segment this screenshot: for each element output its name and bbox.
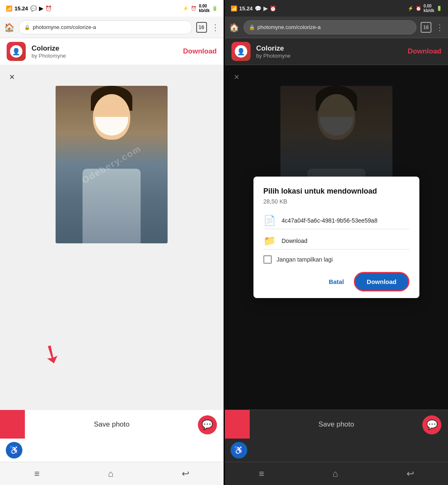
- url-bar-right[interactable]: 🔒 photomyne.com/colorize-a: [243, 20, 417, 34]
- url-bar-left[interactable]: 🔒 photomyne.com/colorize-a: [19, 20, 192, 34]
- app-header-left: 👤 Colorize by Photomyne Download: [0, 38, 224, 65]
- status-right-left: ⚡ ⏰ 0.00kb/dk 🔋: [183, 4, 217, 13]
- app-header-right: 👤 Colorize by Photomyne Download: [225, 38, 448, 65]
- browser-home-right[interactable]: 🏠: [229, 22, 239, 32]
- data-icon-right: 0.00kb/dk: [424, 4, 434, 13]
- tab-count-right[interactable]: 16: [421, 22, 431, 33]
- download-dialog: Pilih lokasi untuk mendownload 28,50 KB …: [253, 177, 419, 298]
- browser-bar-left: 🏠 🔒 photomyne.com/colorize-a 16 ⋮: [0, 17, 224, 38]
- alarm-icon-right: ⏰: [416, 6, 421, 11]
- dialog-title: Pilih lokasi untuk mendownload: [263, 187, 409, 196]
- red-arrow-left: ➘: [36, 336, 68, 371]
- chat-fab-left[interactable]: 💬: [198, 415, 217, 434]
- photo-container-left: Odebery.com: [56, 86, 168, 243]
- app-logo-left: 👤: [7, 42, 26, 61]
- app-subtitle-left: by Photomyne: [32, 53, 177, 59]
- file-icon: 📄: [263, 215, 276, 226]
- header-download-btn-left[interactable]: Download: [183, 47, 217, 56]
- nav-back-right[interactable]: ↩: [398, 464, 422, 483]
- data-icon-left: 0.00kb/dk: [199, 4, 209, 13]
- dialog-filename-row: 📄: [263, 212, 409, 229]
- url-text-right: photomyne.com/colorize-a: [258, 24, 321, 30]
- tab-count-left[interactable]: 16: [196, 22, 207, 33]
- dialog-checkbox-row: Jangan tampilkan lagi: [263, 255, 409, 264]
- lock-icon-right: 🔒: [249, 24, 255, 30]
- play-icon-right: ▶: [263, 5, 268, 12]
- signal-icon-right: 📶: [231, 5, 237, 12]
- browser-home-left[interactable]: 🏠: [4, 22, 15, 32]
- dialog-folder-row: 📁 Download: [263, 233, 409, 250]
- signal-icon-left: 📶: [6, 5, 12, 12]
- browser-bar-right: 🏠 🔒 photomyne.com/colorize-a 16 ⋮: [225, 17, 448, 38]
- more-btn-right[interactable]: ⋮: [436, 22, 444, 32]
- app-title-group-left: Colorize by Photomyne: [32, 44, 177, 59]
- play-icon-left: ▶: [39, 5, 43, 12]
- time-left: 15.24: [15, 5, 28, 12]
- dialog-overlay: Pilih lokasi untuk mendownload 28,50 KB …: [225, 65, 448, 410]
- alarm-icon-left: ⏰: [191, 6, 197, 11]
- save-photo-btn-right[interactable]: Save photo: [319, 420, 354, 429]
- bt-icon-right: ⚡: [408, 6, 414, 11]
- app-subtitle-right: by Photomyne: [256, 53, 402, 59]
- accessibility-btn-right[interactable]: ♿: [231, 442, 247, 458]
- msg-icon-right: 💬: [255, 5, 261, 12]
- battery-icon-right: 🔋: [436, 6, 442, 11]
- clock-icon-right: ⏰: [270, 5, 276, 12]
- app-title-group-right: Colorize by Photomyne: [256, 44, 402, 59]
- dialog-actions: Batal Download: [263, 272, 409, 291]
- close-btn-left[interactable]: ×: [6, 71, 18, 83]
- time-right: 15.24: [239, 5, 253, 12]
- nav-home-left[interactable]: ⌂: [100, 464, 122, 483]
- left-screen: 📶 15.24 💬 ▶ ⏰ ⚡ ⏰ 0.00kb/dk 🔋 🏠 🔒 photom…: [0, 0, 224, 485]
- save-photo-area-left: Save photo 💬: [0, 410, 224, 439]
- dialog-checkbox[interactable]: [263, 255, 272, 264]
- bottom-nav-right: ≡ ⌂ ↩: [225, 462, 448, 485]
- nav-back-left[interactable]: ↩: [173, 464, 197, 483]
- status-bar-left: 📶 15.24 💬 ▶ ⏰ ⚡ ⏰ 0.00kb/dk 🔋: [0, 0, 224, 17]
- app-title-left: Colorize: [32, 44, 177, 53]
- right-screen: 📶 15.24 💬 ▶ ⏰ ⚡ ⏰ 0.00kb/dk 🔋 🏠 🔒 photom…: [225, 0, 448, 485]
- red-square-right: [225, 410, 250, 439]
- filename-input[interactable]: [282, 216, 409, 226]
- url-text-left: photomyne.com/colorize-a: [33, 24, 96, 30]
- red-square-left: [0, 410, 25, 439]
- nav-home-right[interactable]: ⌂: [324, 464, 346, 483]
- header-download-btn-right[interactable]: Download: [408, 47, 441, 56]
- folder-icon: 📁: [263, 235, 276, 247]
- mask-left: [95, 117, 128, 136]
- status-left-right: 📶 15.24 💬 ▶ ⏰: [231, 5, 277, 12]
- more-btn-left[interactable]: ⋮: [211, 22, 219, 32]
- dialog-checkbox-label: Jangan tampilkan lagi: [277, 256, 333, 263]
- chat-fab-right[interactable]: 💬: [422, 415, 441, 434]
- nav-menu-left[interactable]: ≡: [26, 464, 48, 483]
- dialog-file-size: 28,50 KB: [263, 198, 409, 205]
- status-right-right: ⚡ ⏰ 0.00kb/dk 🔋: [408, 4, 442, 13]
- status-bar-right: 📶 15.24 💬 ▶ ⏰ ⚡ ⏰ 0.00kb/dk 🔋: [225, 0, 448, 17]
- bottom-nav-left: ≡ ⌂ ↩: [0, 462, 224, 485]
- content-area-left: × Odebery.com ➘: [0, 65, 224, 410]
- save-photo-area-right: Save photo 💬: [225, 410, 448, 439]
- nav-menu-right[interactable]: ≡: [251, 464, 273, 483]
- battery-icon-left: 🔋: [212, 6, 218, 11]
- dialog-download-btn[interactable]: Download: [354, 272, 409, 291]
- content-area-right: × Pilih lokasi untuk mendownload 28,50 K…: [225, 65, 448, 410]
- app-logo-inner-right: 👤: [235, 45, 247, 58]
- dialog-cancel-btn[interactable]: Batal: [324, 275, 349, 289]
- bt-icon-left: ⚡: [183, 6, 189, 11]
- status-left-left: 📶 15.24 💬 ▶ ⏰: [6, 5, 52, 12]
- accessibility-btn-left[interactable]: ♿: [6, 442, 22, 458]
- body-left: [83, 169, 141, 243]
- app-logo-inner-left: 👤: [10, 45, 22, 58]
- face-left: [93, 94, 130, 140]
- save-photo-btn-left[interactable]: Save photo: [94, 420, 129, 429]
- photo-overlay-left: [56, 86, 168, 243]
- app-logo-right: 👤: [231, 42, 251, 61]
- app-title-right: Colorize: [256, 44, 402, 53]
- lock-icon-left: 🔒: [24, 24, 30, 30]
- clock-icon-left: ⏰: [45, 5, 52, 12]
- msg-icon-left: 💬: [30, 5, 37, 12]
- dialog-folder-text: Download: [282, 238, 307, 244]
